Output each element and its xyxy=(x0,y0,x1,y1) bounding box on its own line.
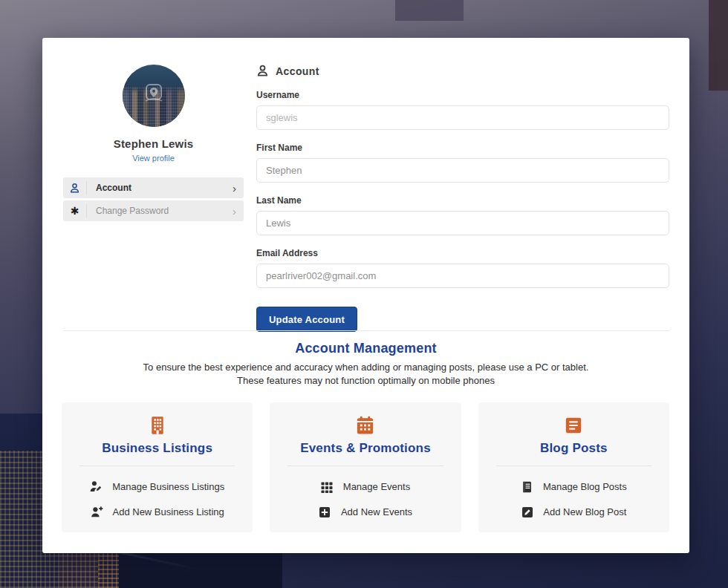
profile-name: Stephen Lewis xyxy=(63,137,244,150)
plus-square-icon xyxy=(319,506,331,518)
last-name-label: Last Name xyxy=(256,195,669,206)
item-label: Add New Events xyxy=(341,506,412,517)
card-divider xyxy=(79,466,235,466)
email-label: Email Address xyxy=(256,248,669,258)
journal-icon xyxy=(521,480,533,493)
chevron-right-icon: › xyxy=(233,206,244,217)
add-new-business-listing-link[interactable]: Add New Business Listing xyxy=(62,506,253,518)
item-label: Manage Events xyxy=(343,481,410,492)
last-name-input[interactable] xyxy=(256,211,669,235)
profile-panel: Stephen Lewis View profile Account › ✱ C… xyxy=(63,65,244,223)
view-profile-link[interactable]: View profile xyxy=(132,154,175,163)
user-plus-icon xyxy=(91,506,103,518)
username-label: Username xyxy=(256,90,669,100)
update-account-button[interactable]: Update Account xyxy=(256,307,357,332)
asterisk-icon: ✱ xyxy=(63,204,87,218)
card-title: Blog Posts xyxy=(478,441,669,456)
card-title: Business Listings xyxy=(62,441,253,456)
section-note-line2: These features may not function optimall… xyxy=(42,375,689,386)
add-new-blog-post-link[interactable]: Add New Blog Post xyxy=(478,506,669,518)
blog-posts-card: Blog Posts xyxy=(478,402,669,532)
form-title: Account xyxy=(276,65,319,77)
item-label: Add New Blog Post xyxy=(543,506,626,517)
blog-icon xyxy=(478,415,669,435)
building-icon xyxy=(62,415,253,435)
grid-icon xyxy=(321,480,334,493)
user-edit-icon xyxy=(90,480,103,493)
manage-business-listings-link[interactable]: Manage Business Listings xyxy=(62,480,253,493)
sidebar-item-change-password[interactable]: ✱ Change Password › xyxy=(63,200,244,221)
first-name-label: First Name xyxy=(256,143,669,153)
sidebar-item-account[interactable]: Account › xyxy=(63,177,244,198)
email-input[interactable] xyxy=(256,264,669,288)
add-new-events-link[interactable]: Add New Events xyxy=(270,506,461,518)
first-name-input[interactable] xyxy=(256,158,669,183)
manage-blog-posts-link[interactable]: Manage Blog Posts xyxy=(478,480,669,493)
item-label: Manage Blog Posts xyxy=(543,481,627,492)
section-divider xyxy=(63,330,669,331)
background-building xyxy=(709,0,728,91)
business-listings-card: Business Listings Manage Business Listin… xyxy=(62,402,253,532)
manage-events-link[interactable]: Manage Events xyxy=(270,480,461,493)
management-cards: Business Listings Manage Business Listin… xyxy=(62,402,669,532)
account-form: Account Username First Name Last Name Em… xyxy=(256,65,669,332)
location-pin-logo-icon xyxy=(141,81,166,106)
background-building xyxy=(395,0,464,21)
sidebar-item-label: Change Password xyxy=(87,206,169,216)
calendar-icon xyxy=(270,415,461,435)
events-promotions-card: Events & Promotions Manage Events xyxy=(270,402,461,532)
section-note-line1: To ensure the best experience and accura… xyxy=(42,362,689,373)
card-divider xyxy=(287,466,443,466)
chevron-right-icon: › xyxy=(233,183,244,194)
pen-square-icon xyxy=(521,506,533,518)
settings-nav: Account › ✱ Change Password › xyxy=(63,177,244,221)
avatar xyxy=(123,65,185,127)
sidebar-item-label: Account xyxy=(87,183,131,193)
person-icon xyxy=(63,181,87,195)
card-divider xyxy=(496,466,651,466)
section-title: Account Management xyxy=(42,341,689,356)
item-label: Add New Business Listing xyxy=(113,506,224,517)
card-title: Events & Promotions xyxy=(270,441,461,456)
account-card: Stephen Lewis View profile Account › ✱ C… xyxy=(42,38,689,553)
form-header: Account xyxy=(256,65,669,77)
item-label: Manage Business Listings xyxy=(112,481,224,492)
username-input[interactable] xyxy=(256,105,669,130)
person-icon xyxy=(256,65,269,77)
